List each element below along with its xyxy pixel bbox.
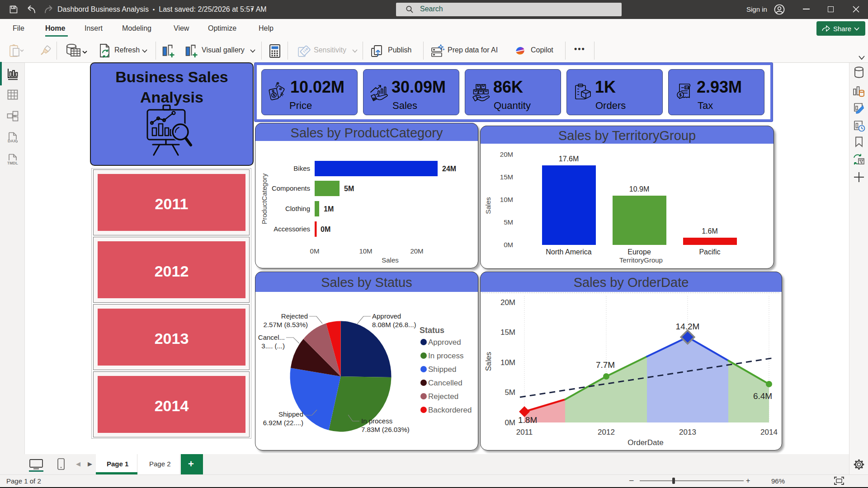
svg-text:5M: 5M <box>344 185 354 192</box>
svg-text:DAX: DAX <box>8 139 16 143</box>
svg-text:Sales: Sales <box>382 256 399 264</box>
svg-text:Clothing: Clothing <box>285 205 310 212</box>
svg-text:2.57M (8.53%): 2.57M (8.53%) <box>264 321 308 328</box>
svg-text:15M: 15M <box>500 328 515 337</box>
svg-text:TerritoryGroup: TerritoryGroup <box>619 256 663 264</box>
svg-text:10M: 10M <box>359 247 372 255</box>
svg-text:TMDL: TMDL <box>7 161 18 165</box>
svg-text:Rejected: Rejected <box>428 392 458 401</box>
svg-text:Pacific: Pacific <box>699 248 720 256</box>
svg-text:1M: 1M <box>324 205 334 213</box>
svg-text:Shipped: Shipped <box>428 365 456 374</box>
svg-text:Backordered: Backordered <box>428 406 472 414</box>
svg-text:6.4M: 6.4M <box>753 391 772 401</box>
svg-text:5M: 5M <box>504 218 513 226</box>
svg-text:1.6M: 1.6M <box>702 227 718 235</box>
svg-text:24M: 24M <box>442 165 456 173</box>
svg-text:Cancelled: Cancelled <box>428 379 462 387</box>
svg-text:7.7M: 7.7M <box>596 360 615 370</box>
svg-text:5M: 5M <box>505 388 515 397</box>
svg-text:Accessories: Accessories <box>274 225 310 233</box>
svg-text:15M: 15M <box>500 173 513 181</box>
svg-text:7.83M (26.03%): 7.83M (26.03%) <box>361 426 410 433</box>
svg-text:6.92M (22....): 6.92M (22....) <box>263 419 303 427</box>
svg-text:20M: 20M <box>410 247 423 255</box>
svg-text:2013: 2013 <box>679 428 696 436</box>
svg-text:0M: 0M <box>505 418 515 427</box>
svg-text:Rejected: Rejected <box>281 312 308 320</box>
svg-text:North America: North America <box>546 248 591 256</box>
svg-text:OrderDate: OrderDate <box>627 438 663 447</box>
svg-text:0M: 0M <box>321 225 330 233</box>
svg-text:Status: Status <box>420 326 444 335</box>
svg-text:In process: In process <box>428 352 463 360</box>
svg-text:Cancel...: Cancel... <box>258 333 285 341</box>
svg-text:14.2M: 14.2M <box>676 322 700 331</box>
svg-text:10M: 10M <box>500 196 513 203</box>
svg-text:2014: 2014 <box>760 428 778 436</box>
svg-text:2011: 2011 <box>516 428 533 436</box>
svg-text:Bikes: Bikes <box>293 164 310 172</box>
svg-text:3.... (...): 3.... (...) <box>261 342 285 350</box>
svg-text:0M: 0M <box>310 247 320 255</box>
svg-text:20M: 20M <box>500 298 515 307</box>
svg-text:Approved: Approved <box>372 312 401 320</box>
svg-text:In process: In process <box>361 417 392 425</box>
svg-text:Components: Components <box>272 184 310 192</box>
svg-text:0M: 0M <box>504 241 513 249</box>
svg-text:17.6M: 17.6M <box>559 155 579 163</box>
svg-text:Sales: Sales <box>484 197 492 214</box>
svg-text:2012: 2012 <box>598 428 615 436</box>
svg-text:Shipped: Shipped <box>278 410 303 418</box>
svg-text:Approved: Approved <box>428 338 461 347</box>
svg-text:10M: 10M <box>500 358 515 367</box>
svg-text:ProductCategory: ProductCategory <box>260 173 268 224</box>
svg-text:TAX: TAX <box>685 86 690 89</box>
svg-text:Europe: Europe <box>627 248 651 256</box>
svg-text:10.9M: 10.9M <box>629 185 649 193</box>
svg-text:8.08M (26.8...): 8.08M (26.8...) <box>372 321 416 328</box>
svg-text:Sales: Sales <box>484 352 493 371</box>
svg-text:1.8M: 1.8M <box>518 415 537 425</box>
svg-text:20M: 20M <box>500 150 513 158</box>
